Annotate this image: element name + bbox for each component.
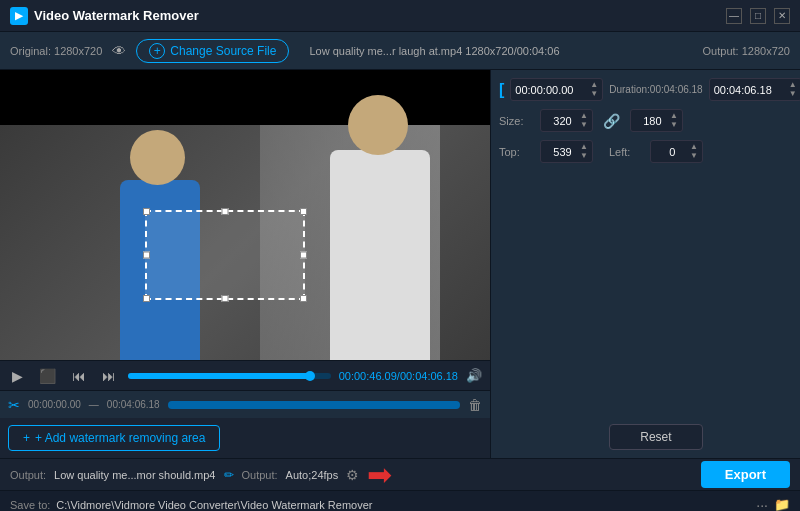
handle-bottom-right[interactable] — [300, 295, 307, 302]
output-label: Output: 1280x720 — [703, 45, 790, 57]
width-group[interactable]: ▲ ▼ — [540, 109, 593, 132]
trash-icon[interactable]: 🗑 — [468, 397, 482, 413]
handle-top-right[interactable] — [300, 208, 307, 215]
end-time-group[interactable]: ▲ ▼ — [709, 78, 800, 101]
top-group[interactable]: ▲ ▼ — [540, 140, 593, 163]
eye-icon[interactable]: 👁 — [112, 43, 126, 59]
play-button[interactable]: ▶ — [8, 366, 27, 386]
progress-bar[interactable] — [128, 373, 331, 379]
output-text-label: Output: — [10, 469, 46, 481]
person-right-head — [348, 95, 408, 155]
size-row: Size: ▲ ▼ 🔗 ▲ ▼ — [499, 109, 800, 132]
person-right-body — [330, 150, 430, 360]
clip-end-label: 00:04:06.18 — [107, 399, 160, 410]
height-spinners: ▲ ▼ — [670, 112, 678, 129]
start-time-spinners: ▲ ▼ — [590, 81, 598, 98]
width-input[interactable] — [545, 115, 580, 127]
width-down[interactable]: ▼ — [580, 121, 588, 129]
end-time-down[interactable]: ▼ — [789, 90, 797, 98]
volume-icon[interactable]: 🔊 — [466, 368, 482, 383]
reset-button[interactable]: Reset — [609, 424, 702, 450]
output-settings-label: Output: — [242, 469, 278, 481]
left-group[interactable]: ▲ ▼ — [650, 140, 703, 163]
minimize-button[interactable]: — — [726, 8, 742, 24]
settings-icon[interactable]: ⚙ — [346, 467, 359, 483]
end-time-input[interactable] — [714, 84, 789, 96]
clip-row: ✂ 00:00:00.00 — 00:04:06.18 🗑 — [0, 390, 490, 418]
total-time: 00:04:06.18 — [400, 370, 458, 382]
handle-top-left[interactable] — [143, 208, 150, 215]
selection-box[interactable] — [145, 210, 305, 300]
video-section: ▶ ⬛ ⏮ ⏭ 00:00:46.09/00:04:06.18 🔊 ✂ 00:0… — [0, 70, 490, 458]
end-time-up[interactable]: ▲ — [789, 81, 797, 89]
top-input[interactable] — [545, 146, 580, 158]
clip-start-label: 00:00:00.00 — [28, 399, 81, 410]
end-time-spinners: ▲ ▼ — [789, 81, 797, 98]
width-up[interactable]: ▲ — [580, 112, 588, 120]
clip-fill — [168, 401, 460, 409]
change-source-button[interactable]: + Change Source File — [136, 39, 289, 63]
prev-frame-button[interactable]: ⏮ — [68, 366, 90, 386]
handle-mid-left[interactable] — [143, 252, 150, 259]
close-button[interactable]: ✕ — [774, 8, 790, 24]
handle-mid-right[interactable] — [300, 252, 307, 259]
time-display: 00:00:46.09/00:04:06.18 — [339, 370, 458, 382]
output-row: Output: Low quality me...mor should.mp4 … — [0, 458, 800, 490]
next-frame-button[interactable]: ⏭ — [98, 366, 120, 386]
handle-bottom-center[interactable] — [222, 295, 229, 302]
title-bar: ▶ Video Watermark Remover — □ ✕ — [0, 0, 800, 32]
current-time: 00:00:46.09 — [339, 370, 397, 382]
height-down[interactable]: ▼ — [670, 121, 678, 129]
left-down[interactable]: ▼ — [690, 152, 698, 160]
progress-fill — [128, 373, 310, 379]
edit-output-icon[interactable]: ✏ — [224, 468, 234, 482]
app-icon: ▶ — [10, 7, 28, 25]
position-row: Top: ▲ ▼ Left: ▲ ▼ — [499, 140, 800, 163]
person-left-head — [130, 130, 185, 185]
start-time-group[interactable]: ▲ ▼ — [510, 78, 603, 101]
height-up[interactable]: ▲ — [670, 112, 678, 120]
left-input[interactable] — [655, 146, 690, 158]
original-label: Original: 1280x720 — [10, 45, 102, 57]
middle-section: ▶ ⬛ ⏮ ⏭ 00:00:46.09/00:04:06.18 🔊 ✂ 00:0… — [0, 70, 800, 458]
clip-icon: ✂ — [8, 397, 20, 413]
more-options-icon[interactable]: ··· — [756, 497, 768, 512]
plus-circle-icon: + — [149, 43, 165, 59]
maximize-button[interactable]: □ — [750, 8, 766, 24]
clip-separator: — — [89, 399, 99, 410]
add-watermark-button[interactable]: + + Add watermark removing area — [8, 425, 220, 451]
top-toolbar: Original: 1280x720 👁 + Change Source Fil… — [0, 32, 800, 70]
start-time-up[interactable]: ▲ — [590, 81, 598, 89]
height-input[interactable] — [635, 115, 670, 127]
right-panel: [ ▲ ▼ Duration:00:04:06.18 ▲ ▼ ] Size: — [490, 70, 800, 458]
top-up[interactable]: ▲ — [580, 143, 588, 151]
left-spinners: ▲ ▼ — [690, 143, 698, 160]
duration-label: Duration:00:04:06.18 — [609, 84, 702, 95]
progress-thumb[interactable] — [305, 371, 315, 381]
output-file-value: Low quality me...mor should.mp4 — [54, 469, 215, 481]
folder-icon[interactable]: 📁 — [774, 497, 790, 511]
stop-button[interactable]: ⬛ — [35, 366, 60, 386]
top-down[interactable]: ▼ — [580, 152, 588, 160]
save-path: C:\Vidmore\Vidmore Video Converter\Video… — [56, 499, 372, 511]
add-watermark-label: + Add watermark removing area — [35, 431, 205, 445]
save-row: Save to: C:\Vidmore\Vidmore Video Conver… — [0, 490, 800, 511]
video-controls: ▶ ⬛ ⏮ ⏭ 00:00:46.09/00:04:06.18 🔊 — [0, 360, 490, 390]
start-time-down[interactable]: ▼ — [590, 90, 598, 98]
top-spinners: ▲ ▼ — [580, 143, 588, 160]
clip-timeline[interactable] — [168, 401, 460, 409]
file-info: Low quality me...r laugh at.mp4 1280x720… — [309, 45, 559, 57]
add-watermark-icon: + — [23, 431, 30, 445]
export-button[interactable]: Export — [701, 461, 790, 488]
link-icon[interactable]: 🔗 — [603, 113, 620, 129]
start-time-input[interactable] — [515, 84, 590, 96]
arrow-right-icon: ➡ — [367, 457, 392, 492]
height-group[interactable]: ▲ ▼ — [630, 109, 683, 132]
handle-top-center[interactable] — [222, 208, 229, 215]
handle-bottom-left[interactable] — [143, 295, 150, 302]
black-bar-top — [0, 70, 490, 125]
app-title: Video Watermark Remover — [34, 8, 199, 23]
left-up[interactable]: ▲ — [690, 143, 698, 151]
reset-row: Reset — [499, 424, 800, 450]
time-range-row: [ ▲ ▼ Duration:00:04:06.18 ▲ ▼ ] — [499, 78, 800, 101]
